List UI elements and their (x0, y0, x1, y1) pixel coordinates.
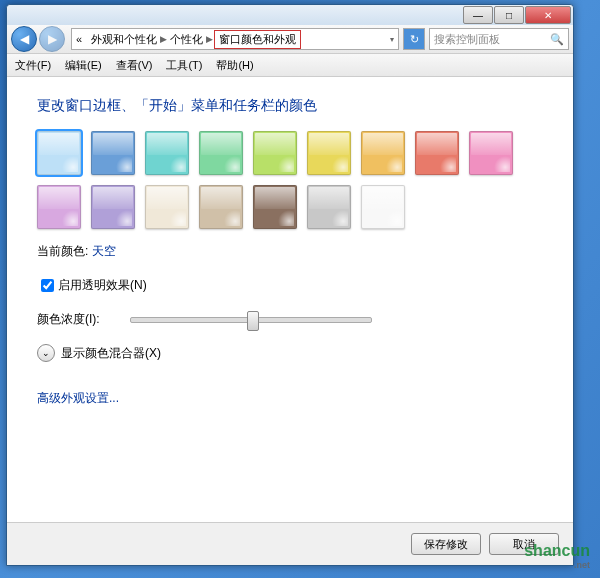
transparency-checkbox[interactable] (41, 279, 54, 292)
current-color-value: 天空 (92, 244, 116, 258)
save-button[interactable]: 保存修改 (411, 533, 481, 555)
color-swatch-grid (37, 131, 543, 229)
menu-view[interactable]: 查看(V) (116, 58, 153, 73)
color-mixer-expander[interactable]: ⌄ 显示颜色混合器(X) (37, 344, 543, 362)
chevron-down-icon[interactable]: ▾ (390, 35, 394, 44)
back-button[interactable]: ◀ (11, 26, 37, 52)
search-input[interactable]: 搜索控制面板 🔍 (429, 28, 569, 50)
search-icon: 🔍 (550, 33, 564, 46)
color-swatch-7[interactable] (415, 131, 459, 175)
advanced-appearance-link[interactable]: 高级外观设置... (37, 390, 119, 407)
chevron-right-icon: ▶ (160, 34, 167, 44)
breadcrumb-item-current[interactable]: 窗口颜色和外观 (214, 30, 301, 49)
refresh-button[interactable]: ↻ (403, 28, 425, 50)
color-swatch-9[interactable] (37, 185, 81, 229)
window: — □ ✕ ◀ ▶ « 外观和个性化 ▶ 个性化 ▶ 窗口颜色和外观 ▾ ↻ 搜… (6, 4, 574, 566)
forward-button[interactable]: ▶ (39, 26, 65, 52)
transparency-row: 启用透明效果(N) (37, 276, 543, 295)
footer: 保存修改 取消 (7, 522, 573, 565)
address-bar[interactable]: « 外观和个性化 ▶ 个性化 ▶ 窗口颜色和外观 ▾ (71, 28, 399, 50)
chevron-down-icon: ⌄ (37, 344, 55, 362)
color-mixer-label: 显示颜色混合器(X) (61, 345, 161, 362)
color-swatch-4[interactable] (253, 131, 297, 175)
intensity-label: 颜色浓度(I): (37, 311, 127, 328)
menu-edit[interactable]: 编辑(E) (65, 58, 102, 73)
titlebar: — □ ✕ (7, 5, 573, 25)
color-swatch-10[interactable] (91, 185, 135, 229)
color-swatch-2[interactable] (145, 131, 189, 175)
minimize-button[interactable]: — (463, 6, 493, 24)
slider-thumb[interactable] (247, 311, 259, 331)
color-swatch-13[interactable] (253, 185, 297, 229)
intensity-row: 颜色浓度(I): (37, 311, 543, 328)
color-swatch-6[interactable] (361, 131, 405, 175)
color-swatch-15[interactable] (361, 185, 405, 229)
content-area: 更改窗口边框、「开始」菜单和任务栏的颜色 当前颜色: 天空 启用透明效果(N) … (7, 77, 573, 557)
color-swatch-1[interactable] (91, 131, 135, 175)
color-swatch-8[interactable] (469, 131, 513, 175)
color-swatch-12[interactable] (199, 185, 243, 229)
chevron-right-icon: ▶ (206, 34, 213, 44)
maximize-button[interactable]: □ (494, 6, 524, 24)
cancel-button[interactable]: 取消 (489, 533, 559, 555)
breadcrumb-item[interactable]: 外观和个性化 (91, 32, 157, 47)
current-color-row: 当前颜色: 天空 (37, 243, 543, 260)
color-swatch-5[interactable] (307, 131, 351, 175)
color-swatch-11[interactable] (145, 185, 189, 229)
page-heading: 更改窗口边框、「开始」菜单和任务栏的颜色 (37, 97, 543, 115)
close-button[interactable]: ✕ (525, 6, 571, 24)
menubar: 文件(F) 编辑(E) 查看(V) 工具(T) 帮助(H) (7, 54, 573, 77)
color-swatch-14[interactable] (307, 185, 351, 229)
transparency-label[interactable]: 启用透明效果(N) (58, 277, 147, 294)
current-color-label: 当前颜色: (37, 244, 88, 258)
navbar: ◀ ▶ « 外观和个性化 ▶ 个性化 ▶ 窗口颜色和外观 ▾ ↻ 搜索控制面板 … (7, 25, 573, 54)
menu-help[interactable]: 帮助(H) (216, 58, 253, 73)
intensity-slider[interactable] (130, 317, 372, 323)
breadcrumb-item[interactable]: 个性化 (170, 32, 203, 47)
color-swatch-3[interactable] (199, 131, 243, 175)
menu-file[interactable]: 文件(F) (15, 58, 51, 73)
menu-tools[interactable]: 工具(T) (166, 58, 202, 73)
breadcrumb-prefix: « (76, 33, 82, 45)
color-swatch-0[interactable] (37, 131, 81, 175)
